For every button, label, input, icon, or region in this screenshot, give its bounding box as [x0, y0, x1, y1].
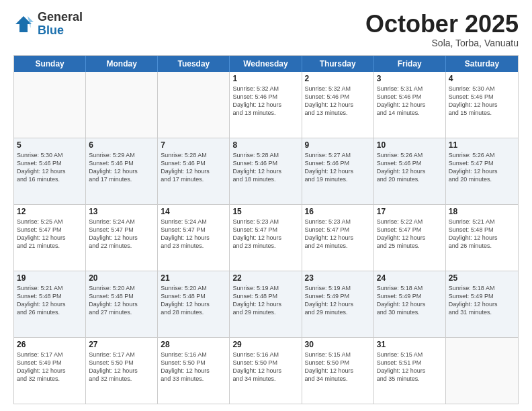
day-info: Sunrise: 5:19 AM Sunset: 5:49 PM Dayligh…: [305, 284, 371, 317]
main-container: General Blue October 2025 Sola, Torba, V…: [0, 0, 532, 411]
calendar-day-cell: 17Sunrise: 5:22 AM Sunset: 5:47 PM Dayli…: [374, 205, 446, 271]
header-day: Wednesday: [230, 56, 302, 72]
header-day: Monday: [86, 56, 158, 72]
calendar-body: 1Sunrise: 5:32 AM Sunset: 5:46 PM Daylig…: [14, 72, 518, 404]
day-number: 18: [449, 207, 515, 216]
day-number: 9: [305, 140, 371, 150]
day-number: 24: [377, 273, 443, 283]
day-info: Sunrise: 5:31 AM Sunset: 5:46 PM Dayligh…: [377, 85, 443, 118]
day-number: 25: [449, 273, 515, 283]
day-number: 28: [161, 340, 226, 349]
calendar-day-cell: 29Sunrise: 5:16 AM Sunset: 5:50 PM Dayli…: [230, 338, 302, 404]
calendar-day-cell: 30Sunrise: 5:15 AM Sunset: 5:50 PM Dayli…: [302, 338, 374, 404]
calendar-day-cell: 31Sunrise: 5:15 AM Sunset: 5:51 PM Dayli…: [374, 338, 446, 404]
day-info: Sunrise: 5:15 AM Sunset: 5:50 PM Dayligh…: [305, 351, 371, 383]
header-day: Tuesday: [158, 56, 230, 72]
day-number: 26: [17, 340, 83, 349]
calendar-day-cell: 12Sunrise: 5:25 AM Sunset: 5:47 PM Dayli…: [14, 205, 86, 271]
title-block: October 2025 Sola, Torba, Vanuatu: [365, 11, 519, 48]
day-info: Sunrise: 5:22 AM Sunset: 5:47 PM Dayligh…: [377, 218, 443, 250]
day-info: Sunrise: 5:30 AM Sunset: 5:46 PM Dayligh…: [17, 151, 83, 184]
calendar-day-cell: 20Sunrise: 5:20 AM Sunset: 5:48 PM Dayli…: [86, 271, 158, 337]
calendar-empty-cell: [158, 72, 230, 138]
day-info: Sunrise: 5:23 AM Sunset: 5:47 PM Dayligh…: [305, 218, 371, 250]
calendar-day-cell: 14Sunrise: 5:24 AM Sunset: 5:47 PM Dayli…: [158, 205, 230, 271]
calendar-day-cell: 10Sunrise: 5:26 AM Sunset: 5:46 PM Dayli…: [374, 138, 446, 204]
header-day: Thursday: [302, 56, 374, 72]
calendar-day-cell: 15Sunrise: 5:23 AM Sunset: 5:47 PM Dayli…: [230, 205, 302, 271]
day-info: Sunrise: 5:21 AM Sunset: 5:48 PM Dayligh…: [17, 284, 83, 317]
day-number: 5: [17, 140, 83, 150]
calendar: SundayMondayTuesdayWednesdayThursdayFrid…: [13, 55, 519, 404]
subtitle: Sola, Torba, Vanuatu: [365, 38, 519, 48]
day-info: Sunrise: 5:26 AM Sunset: 5:46 PM Dayligh…: [377, 151, 443, 184]
day-info: Sunrise: 5:20 AM Sunset: 5:48 PM Dayligh…: [89, 284, 154, 317]
calendar-empty-cell: [446, 338, 518, 404]
day-info: Sunrise: 5:25 AM Sunset: 5:47 PM Dayligh…: [17, 218, 83, 250]
calendar-week-row: 1Sunrise: 5:32 AM Sunset: 5:46 PM Daylig…: [14, 72, 518, 138]
calendar-day-cell: 7Sunrise: 5:28 AM Sunset: 5:46 PM Daylig…: [158, 138, 230, 204]
calendar-day-cell: 16Sunrise: 5:23 AM Sunset: 5:47 PM Dayli…: [302, 205, 374, 271]
day-number: 8: [232, 140, 298, 150]
calendar-empty-cell: [14, 72, 86, 138]
day-number: 21: [161, 273, 226, 283]
header-day: Saturday: [446, 56, 518, 72]
calendar-day-cell: 11Sunrise: 5:26 AM Sunset: 5:47 PM Dayli…: [446, 138, 518, 204]
day-info: Sunrise: 5:28 AM Sunset: 5:46 PM Dayligh…: [232, 151, 298, 184]
day-number: 22: [232, 273, 298, 283]
logo: General Blue: [13, 11, 83, 38]
calendar-day-cell: 4Sunrise: 5:30 AM Sunset: 5:46 PM Daylig…: [446, 72, 518, 138]
day-number: 30: [305, 340, 371, 349]
day-number: 17: [377, 207, 443, 216]
calendar-day-cell: 23Sunrise: 5:19 AM Sunset: 5:49 PM Dayli…: [302, 271, 374, 337]
day-info: Sunrise: 5:30 AM Sunset: 5:46 PM Dayligh…: [449, 85, 515, 118]
calendar-week-row: 5Sunrise: 5:30 AM Sunset: 5:46 PM Daylig…: [14, 138, 518, 204]
calendar-day-cell: 13Sunrise: 5:24 AM Sunset: 5:47 PM Dayli…: [86, 205, 158, 271]
day-number: 27: [89, 340, 154, 349]
calendar-day-cell: 28Sunrise: 5:16 AM Sunset: 5:50 PM Dayli…: [158, 338, 230, 404]
calendar-day-cell: 25Sunrise: 5:18 AM Sunset: 5:49 PM Dayli…: [446, 271, 518, 337]
day-info: Sunrise: 5:29 AM Sunset: 5:46 PM Dayligh…: [89, 151, 154, 184]
day-info: Sunrise: 5:32 AM Sunset: 5:46 PM Dayligh…: [305, 85, 371, 118]
logo-text: General Blue: [38, 11, 83, 38]
day-number: 2: [305, 74, 371, 83]
day-number: 11: [449, 140, 515, 150]
day-info: Sunrise: 5:20 AM Sunset: 5:48 PM Dayligh…: [161, 284, 226, 317]
logo-general: General: [38, 11, 83, 24]
calendar-day-cell: 1Sunrise: 5:32 AM Sunset: 5:46 PM Daylig…: [230, 72, 302, 138]
calendar-day-cell: 27Sunrise: 5:17 AM Sunset: 5:50 PM Dayli…: [86, 338, 158, 404]
header-day: Sunday: [14, 56, 86, 72]
calendar-day-cell: 6Sunrise: 5:29 AM Sunset: 5:46 PM Daylig…: [86, 138, 158, 204]
day-info: Sunrise: 5:27 AM Sunset: 5:46 PM Dayligh…: [305, 151, 371, 184]
day-info: Sunrise: 5:16 AM Sunset: 5:50 PM Dayligh…: [161, 351, 226, 383]
day-number: 13: [89, 207, 154, 216]
day-info: Sunrise: 5:28 AM Sunset: 5:46 PM Dayligh…: [161, 151, 226, 184]
calendar-week-row: 19Sunrise: 5:21 AM Sunset: 5:48 PM Dayli…: [14, 271, 518, 337]
day-number: 6: [89, 140, 154, 150]
logo-icon: [13, 14, 34, 34]
day-info: Sunrise: 5:17 AM Sunset: 5:49 PM Dayligh…: [17, 351, 83, 383]
calendar-empty-cell: [86, 72, 158, 138]
day-info: Sunrise: 5:16 AM Sunset: 5:50 PM Dayligh…: [232, 351, 298, 383]
day-info: Sunrise: 5:17 AM Sunset: 5:50 PM Dayligh…: [89, 351, 154, 383]
day-info: Sunrise: 5:32 AM Sunset: 5:46 PM Dayligh…: [232, 85, 298, 118]
calendar-day-cell: 5Sunrise: 5:30 AM Sunset: 5:46 PM Daylig…: [14, 138, 86, 204]
calendar-day-cell: 24Sunrise: 5:18 AM Sunset: 5:49 PM Dayli…: [374, 271, 446, 337]
header-day: Friday: [374, 56, 446, 72]
day-info: Sunrise: 5:24 AM Sunset: 5:47 PM Dayligh…: [89, 218, 154, 250]
calendar-day-cell: 3Sunrise: 5:31 AM Sunset: 5:46 PM Daylig…: [374, 72, 446, 138]
day-number: 19: [17, 273, 83, 283]
calendar-day-cell: 21Sunrise: 5:20 AM Sunset: 5:48 PM Dayli…: [158, 271, 230, 337]
calendar-day-cell: 26Sunrise: 5:17 AM Sunset: 5:49 PM Dayli…: [14, 338, 86, 404]
day-info: Sunrise: 5:23 AM Sunset: 5:47 PM Dayligh…: [232, 218, 298, 250]
calendar-day-cell: 2Sunrise: 5:32 AM Sunset: 5:46 PM Daylig…: [302, 72, 374, 138]
day-number: 7: [161, 140, 226, 150]
day-number: 4: [449, 74, 515, 83]
day-number: 31: [377, 340, 443, 349]
day-info: Sunrise: 5:26 AM Sunset: 5:47 PM Dayligh…: [449, 151, 515, 184]
day-info: Sunrise: 5:15 AM Sunset: 5:51 PM Dayligh…: [377, 351, 443, 383]
calendar-header: SundayMondayTuesdayWednesdayThursdayFrid…: [14, 56, 518, 72]
calendar-day-cell: 19Sunrise: 5:21 AM Sunset: 5:48 PM Dayli…: [14, 271, 86, 337]
logo-blue: Blue: [38, 24, 83, 38]
header: General Blue October 2025 Sola, Torba, V…: [13, 11, 519, 48]
